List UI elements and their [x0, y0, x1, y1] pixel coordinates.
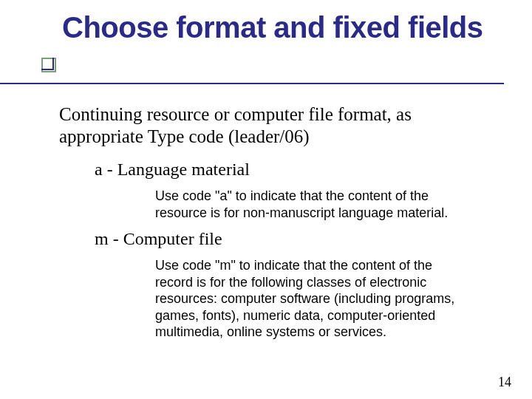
- intro-text: Continuing resource or computer file for…: [59, 103, 488, 147]
- item-heading-a: a - Language material: [95, 160, 488, 180]
- page-number: 14: [498, 375, 511, 390]
- svg-rect-1: [41, 58, 53, 69]
- item-description-m: Use code "m" to indicate that the conten…: [155, 257, 468, 341]
- title-underline: [0, 83, 504, 84]
- slide: Choose format and fixed fields Continuin…: [0, 0, 532, 399]
- item-heading-m: m - Computer file: [95, 229, 488, 249]
- title-row: Choose format and fixed fields: [41, 12, 502, 43]
- slide-title: Choose format and fixed fields: [62, 12, 483, 43]
- title-bullet-icon: [41, 58, 56, 72]
- item-description-a: Use code "a" to indicate that the conten…: [155, 188, 468, 221]
